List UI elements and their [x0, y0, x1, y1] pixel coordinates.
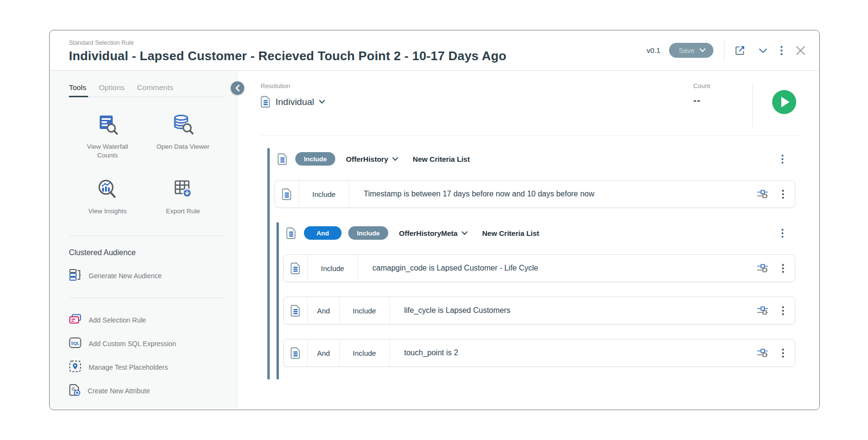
header-kebab-menu-icon[interactable]: [780, 46, 783, 55]
insights-icon: [96, 178, 118, 202]
record-doc-icon: [277, 153, 288, 165]
criteria-row[interactable]: And Include touch_point is 2: [283, 339, 795, 367]
include-pill[interactable]: Include: [348, 226, 388, 240]
add-custom-sql-button[interactable]: SQL Add Custom SQL Expression: [69, 332, 224, 356]
group-kebab-menu-icon[interactable]: [781, 155, 784, 164]
criteria-row[interactable]: Include Timestamp is between 17 days bef…: [275, 180, 795, 208]
open-data-viewer-button[interactable]: Open Data Viewer: [145, 114, 221, 160]
criteria-settings-sliders-icon[interactable]: [757, 348, 768, 358]
criteria-operator[interactable]: Include: [308, 255, 358, 282]
save-button[interactable]: Save: [669, 43, 713, 58]
table-chevron-down-icon: [392, 157, 398, 161]
criteria-kebab-menu-icon[interactable]: [782, 349, 784, 358]
open-in-new-window-icon[interactable]: [734, 45, 746, 56]
version-badge: v0.1: [647, 46, 660, 54]
audience-cluster-icon: [69, 269, 81, 283]
and-pill[interactable]: And: [304, 226, 342, 240]
record-doc-icon: [284, 339, 308, 366]
resolution-select[interactable]: Individual: [261, 96, 693, 108]
manage-test-placeholders-button[interactable]: Manage Test Placeholders: [69, 356, 224, 379]
criteria-kebab-menu-icon[interactable]: [782, 306, 784, 315]
add-selection-rule-button[interactable]: Add Selection Rule: [69, 309, 224, 332]
resolution-chevron-down-icon: [319, 100, 325, 104]
criteria-row[interactable]: Include camapgin_code is Lapsed Customer…: [283, 254, 795, 282]
dialog-header: Standard Selection Rule Individual - Lap…: [50, 30, 819, 71]
page-title: Individual - Lapsed Customer - Recieved …: [69, 49, 647, 64]
group-kebab-menu-icon[interactable]: [781, 229, 784, 238]
criteria-text[interactable]: life_cycle is Lapsed Customers: [390, 297, 757, 324]
criteria-group-offerhistory: Include OfferHistory New Criteria List: [267, 148, 795, 379]
criteria-text[interactable]: camapgin_code is Lapsed Customer - Life …: [358, 255, 757, 282]
waterfall-counts-icon: [96, 114, 118, 138]
resolution-underline: [261, 135, 801, 136]
rule-type-label: Standard Selection Rule: [69, 39, 647, 46]
criteria-operator[interactable]: Include: [340, 339, 390, 366]
criteria-text[interactable]: touch_point is 2: [390, 339, 757, 366]
new-criteria-list-link[interactable]: New Criteria List: [413, 155, 470, 163]
criteria-group-offerhistorymeta: And Include OfferHistoryMeta New Criteri…: [276, 222, 795, 379]
sidebar-divider: [69, 235, 224, 236]
sidebar-tabs: Tools Options Comments: [69, 83, 224, 97]
create-new-attribute-button[interactable]: Create New Attribute: [69, 379, 224, 403]
record-doc-icon: [286, 227, 296, 239]
group-header: Include OfferHistory New Criteria List: [275, 148, 795, 169]
save-chevron-down-icon[interactable]: [699, 48, 706, 52]
clustered-audience-heading: Clustered Audience: [69, 248, 224, 257]
record-doc-icon: [284, 255, 308, 282]
header-divider: [724, 40, 724, 61]
criteria-kebab-menu-icon[interactable]: [782, 264, 784, 273]
count-value: --: [693, 95, 710, 106]
record-doc-icon: [275, 181, 299, 207]
criteria-conjunction[interactable]: And: [308, 339, 340, 366]
table-select[interactable]: OfferHistory: [346, 155, 398, 163]
criteria-operator[interactable]: Include: [340, 297, 390, 324]
record-doc-icon: [284, 297, 308, 324]
selection-rule-dialog: Standard Selection Rule Individual - Lap…: [49, 30, 820, 410]
tab-options[interactable]: Options: [99, 83, 124, 97]
table-chevron-down-icon: [461, 231, 468, 235]
criteria-conjunction[interactable]: And: [308, 297, 340, 324]
save-button-label: Save: [679, 47, 695, 54]
chevron-down-icon[interactable]: [757, 45, 769, 56]
attribute-add-icon: [69, 384, 80, 398]
rule-canvas: Resolution Individual: [237, 71, 819, 409]
collapse-sidebar-button[interactable]: [231, 81, 244, 95]
generate-new-audience-button[interactable]: Generate New Audience: [69, 269, 224, 283]
criteria-operator[interactable]: Include: [299, 181, 349, 207]
view-waterfall-counts-button[interactable]: View Waterfall Counts: [70, 114, 145, 160]
count-divider: [752, 83, 753, 128]
export-rule-icon: [172, 178, 194, 202]
data-viewer-icon: [172, 114, 194, 138]
resolution-label: Resolution: [261, 82, 693, 90]
criteria-settings-sliders-icon[interactable]: [757, 263, 768, 273]
run-count-play-button[interactable]: [772, 90, 796, 114]
tab-comments[interactable]: Comments: [137, 83, 173, 97]
sql-icon: SQL: [69, 337, 81, 350]
tools-sidebar: Tools Options Comments: [50, 71, 237, 409]
criteria-text[interactable]: Timestamp is between 17 days before now …: [349, 181, 757, 207]
new-criteria-list-link[interactable]: New Criteria List: [482, 229, 539, 237]
play-icon: [781, 97, 789, 107]
svg-text:SQL: SQL: [71, 341, 79, 346]
record-doc-icon: [261, 96, 271, 108]
include-pill[interactable]: Include: [295, 152, 335, 166]
view-insights-button[interactable]: View Insights: [70, 178, 145, 216]
close-icon[interactable]: [794, 44, 807, 57]
export-rule-button[interactable]: Export Rule: [145, 178, 221, 216]
tab-tools[interactable]: Tools: [69, 83, 86, 97]
count-label: Count: [693, 82, 710, 90]
sidebar-divider: [69, 298, 224, 298]
criteria-row[interactable]: And Include life_cycle is Lapsed Custome…: [283, 297, 795, 324]
group-header: And Include OfferHistoryMeta New Criteri…: [283, 222, 795, 244]
selection-rule-icon: [69, 314, 81, 326]
placeholder-pin-icon: [69, 360, 81, 375]
criteria-settings-sliders-icon[interactable]: [757, 189, 768, 199]
criteria-settings-sliders-icon[interactable]: [757, 306, 768, 315]
table-select[interactable]: OfferHistoryMeta: [399, 229, 468, 237]
criteria-kebab-menu-icon[interactable]: [782, 190, 784, 199]
